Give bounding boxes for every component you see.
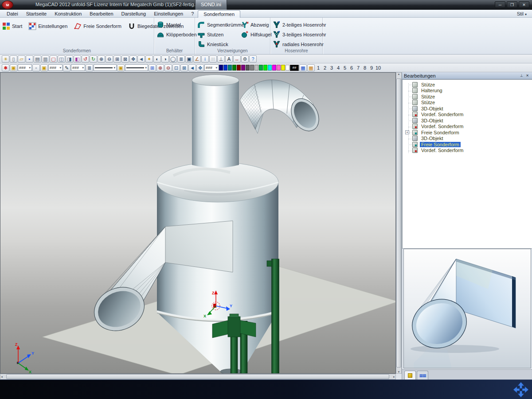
- pan-icon[interactable]: ✥: [129, 55, 137, 63]
- pattern-fill-chip[interactable]: ##: [290, 65, 299, 71]
- tree-item-3d-objekt-1[interactable]: 3D-Objekt: [403, 106, 532, 112]
- menu-startseite[interactable]: Startseite: [22, 10, 51, 17]
- scroll-down-icon[interactable]: ▼: [398, 371, 400, 373]
- view-number-3[interactable]: 3: [329, 65, 335, 70]
- menu-darstellung[interactable]: Darstellung: [117, 10, 150, 17]
- einstellungen-button[interactable]: Einstellungen: [26, 21, 70, 31]
- hatch-table-icon[interactable]: ▦: [299, 64, 307, 71]
- color-swatch[interactable]: [237, 65, 241, 70]
- save-icon[interactable]: ▪: [26, 55, 33, 63]
- groups-icon[interactable]: ▣: [185, 55, 193, 63]
- kloepperboden-button[interactable]: Klöpperboden: [154, 30, 195, 39]
- top-pipe[interactable]: [192, 75, 239, 168]
- scroll-right-icon[interactable]: ►: [393, 376, 395, 378]
- color-swatch[interactable]: [286, 65, 289, 70]
- menu-datei[interactable]: Datei: [3, 10, 22, 17]
- stutzen-button[interactable]: Stutzen: [195, 30, 239, 39]
- preview-tab[interactable]: [404, 371, 416, 379]
- tree-item-stuetze-2[interactable]: Stütze: [403, 94, 532, 100]
- wireframe-mode-icon[interactable]: ◯: [169, 55, 177, 63]
- palette-icon[interactable]: ◧: [74, 55, 81, 63]
- pan-navigation-cross-icon[interactable]: [512, 381, 529, 398]
- hidden-line-mode-icon[interactable]: ◑: [161, 55, 169, 63]
- horizontal-scroll-thumb[interactable]: [6, 374, 389, 379]
- mantel-button[interactable]: Mantel: [154, 20, 195, 30]
- print-icon[interactable]: ▤: [34, 55, 41, 63]
- scroll-up-icon[interactable]: ▲: [398, 73, 400, 75]
- help-icon[interactable]: ?: [249, 55, 257, 63]
- copy-icon[interactable]: ◫: [58, 55, 65, 63]
- screen-settings-icon[interactable]: ✳: [2, 55, 9, 63]
- scroll-left-icon[interactable]: ◄: [0, 376, 3, 378]
- snap-marker-icon[interactable]: ✱: [2, 64, 9, 71]
- zoom-minus-icon[interactable]: ⊖: [106, 55, 113, 63]
- previous-view-icon[interactable]: ◄: [137, 55, 145, 63]
- delete-sheet-icon[interactable]: ▢: [50, 55, 57, 63]
- bend-pipe[interactable]: [240, 80, 325, 136]
- segmentkruemmer-button[interactable]: Segmentkrümmer: [195, 20, 239, 30]
- pen-edit-icon[interactable]: ✎: [63, 64, 70, 71]
- freie-sonderform-button[interactable]: Freie Sonderform: [71, 21, 124, 31]
- menu-hilfe[interactable]: ?: [187, 10, 198, 17]
- scale-select-dropdown[interactable]: ###▾: [204, 64, 219, 71]
- view-number-10[interactable]: 10: [375, 65, 381, 70]
- style-dropdown[interactable]: Stil ▾: [517, 11, 527, 16]
- color-swatch[interactable]: [268, 65, 272, 70]
- menu-sonderformen[interactable]: Sonderformen: [198, 10, 240, 18]
- hosenrohr-radial-button[interactable]: radiales Hosenrohr: [270, 39, 322, 49]
- menu-einstellungen[interactable]: Einstellungen: [150, 10, 187, 17]
- abzweig-button[interactable]: Abzweig: [239, 20, 270, 30]
- tree-item-halterung[interactable]: Halterung: [403, 88, 532, 94]
- view-number-5[interactable]: 5: [342, 65, 348, 70]
- color-swatch[interactable]: [277, 65, 281, 70]
- hosenrohr-3-button[interactable]: 3-teiliges Hosenrohr: [270, 30, 322, 39]
- dimension-icon[interactable]: ↔: [233, 55, 241, 63]
- part-preview-pane[interactable]: [403, 249, 531, 368]
- color-swatch[interactable]: [219, 65, 223, 70]
- document-tab[interactable]: SOND.ini: [195, 0, 227, 10]
- color-swatch[interactable]: [232, 65, 236, 70]
- tree-item-3d-objekt-3[interactable]: 3D-Objekt: [403, 136, 532, 142]
- group-lock-icon[interactable]: ▣: [40, 64, 48, 71]
- color-swatch[interactable]: [223, 65, 227, 70]
- ortho-icon[interactable]: ⊥: [217, 55, 225, 63]
- open-file-icon[interactable]: ▱: [18, 55, 25, 63]
- info-icon[interactable]: i: [201, 55, 209, 63]
- redraw-icon[interactable]: ✦: [145, 55, 153, 63]
- grid-toggle-icon[interactable]: ⊞: [149, 64, 156, 71]
- viewport[interactable]: Z Y X Z Y X: [0, 72, 396, 374]
- kniestueck-button[interactable]: Kniestück: [195, 39, 239, 49]
- close-panel-icon[interactable]: ✕: [524, 73, 530, 78]
- tree-item-stuetze-1[interactable]: Stütze: [403, 82, 532, 88]
- material-table-icon[interactable]: ▦: [307, 64, 315, 71]
- tree-item-freie-2-selected[interactable]: Freie Sonderform: [403, 141, 532, 148]
- tree-item-vordef-3[interactable]: Vordef. Sonderform: [403, 148, 532, 154]
- zoom-out-icon[interactable]: ⊖: [164, 64, 172, 71]
- layer-select-dropdown[interactable]: ###▾: [18, 64, 32, 71]
- view-number-2[interactable]: 2: [322, 65, 328, 70]
- zoom-in-icon[interactable]: ⊕: [156, 64, 164, 71]
- color-swatch[interactable]: [250, 65, 254, 70]
- redo-icon[interactable]: ↻: [90, 55, 97, 63]
- expander-icon[interactable]: +: [405, 130, 409, 134]
- zoom-plus-icon[interactable]: ⊕: [98, 55, 105, 63]
- layer-new-icon[interactable]: ▫: [32, 64, 40, 71]
- views-icon[interactable]: ◨: [66, 55, 73, 63]
- maximize-button[interactable]: ❐: [507, 1, 517, 8]
- new-drawing-icon[interactable]: ▯: [10, 55, 17, 63]
- options-icon[interactable]: ⚙: [241, 55, 249, 63]
- start-button[interactable]: Start: [0, 21, 24, 31]
- zoom-previous-icon[interactable]: ◄: [188, 64, 196, 71]
- view-number-4[interactable]: 4: [335, 65, 341, 70]
- layers-icon[interactable]: ≣: [177, 55, 185, 63]
- vessel-dome[interactable]: [157, 162, 278, 202]
- zoom-window-icon[interactable]: ⊞: [113, 55, 121, 63]
- zoom-window2-icon[interactable]: ⊡: [172, 64, 180, 71]
- group-select-dropdown[interactable]: ###▾: [48, 64, 63, 71]
- color-swatch[interactable]: [272, 65, 276, 70]
- hosenrohr-2-button[interactable]: 2-teiliges Hosenrohr: [270, 20, 322, 30]
- minimize-button[interactable]: ─: [495, 1, 505, 8]
- text-tool-icon[interactable]: A: [225, 55, 233, 63]
- color-swatch[interactable]: [259, 65, 263, 70]
- zoom-all-icon[interactable]: ⊠: [121, 55, 129, 63]
